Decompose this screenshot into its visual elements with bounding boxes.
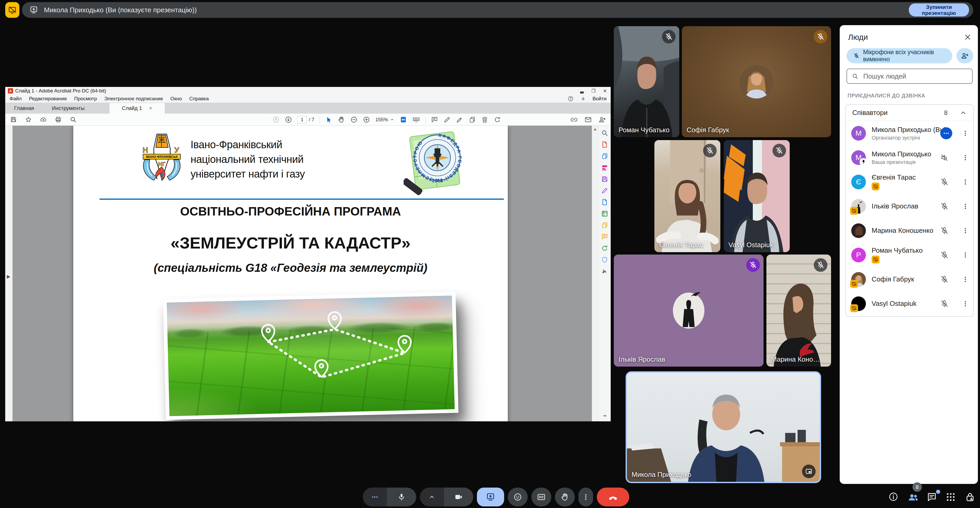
send-email-icon[interactable] bbox=[584, 116, 592, 123]
stop-presentation-button[interactable]: Зупинити презентацію bbox=[909, 3, 969, 16]
chevron-up-icon[interactable] bbox=[959, 109, 967, 116]
host-actions-button[interactable] bbox=[940, 127, 952, 139]
raise-hand-button[interactable] bbox=[555, 487, 575, 506]
reactions-button[interactable] bbox=[508, 487, 528, 506]
pencil-tool-icon[interactable] bbox=[444, 116, 451, 123]
document-scrollbar[interactable]: ▲ bbox=[592, 126, 598, 421]
zoom-in-icon[interactable] bbox=[363, 116, 370, 123]
more-options-button[interactable] bbox=[579, 487, 593, 506]
pip-button[interactable] bbox=[802, 465, 816, 478]
acrobat-document-canvas[interactable]: Н У ІВАНО-ФРАНКІВСЬК НГ Івано-Франківськ… bbox=[13, 126, 592, 421]
tool-compress-icon[interactable] bbox=[601, 175, 608, 183]
window-restore-button[interactable]: ❐ bbox=[588, 87, 599, 95]
tool-search-icon[interactable] bbox=[601, 129, 608, 137]
tab-close-icon[interactable]: ✕ bbox=[149, 106, 152, 111]
tool-comment-icon[interactable] bbox=[601, 233, 608, 240]
tool-spreadsheet-icon[interactable] bbox=[601, 210, 608, 217]
video-tile-roman[interactable]: Роман Чубатько bbox=[614, 26, 679, 137]
share-people-icon[interactable] bbox=[599, 116, 606, 123]
star-icon[interactable] bbox=[25, 116, 32, 123]
help-icon[interactable] bbox=[568, 96, 574, 102]
captions-button[interactable] bbox=[531, 487, 551, 506]
camera-control[interactable] bbox=[420, 487, 473, 506]
participant-menu-button[interactable] bbox=[962, 178, 969, 186]
menu-window[interactable]: Окно bbox=[170, 96, 182, 102]
page-number-input[interactable]: 1 bbox=[298, 116, 307, 123]
participant-menu-button[interactable] bbox=[962, 203, 969, 210]
sign-tool-icon[interactable] bbox=[456, 116, 463, 123]
menu-help[interactable]: Справка bbox=[189, 96, 209, 102]
page-down-icon[interactable] bbox=[285, 116, 292, 123]
video-tile-vasyl[interactable]: Vasyl Ostapiuk bbox=[724, 140, 790, 252]
rotate-page-icon[interactable] bbox=[494, 116, 501, 123]
sign-in-button[interactable]: Войти bbox=[593, 96, 606, 102]
chat-button[interactable] bbox=[927, 492, 937, 502]
window-minimize-button[interactable]: ▃ bbox=[576, 87, 588, 95]
fit-width-icon[interactable] bbox=[400, 116, 407, 123]
video-tile-sofia[interactable]: Софія Габрук bbox=[682, 26, 831, 137]
cloud-upload-icon[interactable] bbox=[40, 116, 47, 123]
tab-document[interactable]: Слайд 1 ✕ bbox=[109, 103, 165, 114]
people-search[interactable] bbox=[846, 68, 973, 84]
participant-menu-button[interactable] bbox=[962, 252, 969, 259]
bell-icon[interactable] bbox=[580, 96, 586, 102]
tool-edit-pdf-icon[interactable] bbox=[601, 187, 608, 194]
menu-edit[interactable]: Редактирование bbox=[29, 96, 67, 102]
audio-settings-button[interactable] bbox=[363, 487, 387, 506]
meeting-info-button[interactable] bbox=[888, 492, 898, 502]
participant-menu-button[interactable] bbox=[962, 276, 969, 283]
keyboard-icon[interactable] bbox=[412, 116, 420, 124]
select-tool-icon[interactable] bbox=[325, 116, 332, 123]
participant-menu-button[interactable] bbox=[962, 227, 969, 234]
tool-scan-icon[interactable] bbox=[601, 245, 608, 252]
video-settings-button[interactable] bbox=[420, 487, 444, 506]
present-button-active[interactable] bbox=[477, 487, 504, 506]
menu-view[interactable]: Просмотр bbox=[74, 96, 97, 102]
video-tile-mykola-presenter[interactable]: Микола Приходько bbox=[625, 371, 821, 483]
video-tile-ilkiv[interactable]: Ільків Ярослав bbox=[614, 255, 764, 366]
mic-button[interactable] bbox=[387, 487, 416, 506]
tool-create-pdf-icon[interactable] bbox=[601, 141, 608, 148]
host-controls-button[interactable] bbox=[965, 492, 975, 502]
people-button-active[interactable] bbox=[908, 492, 919, 503]
tool-organize-pages-icon[interactable] bbox=[601, 164, 608, 171]
find-icon[interactable] bbox=[70, 116, 77, 123]
participant-menu-button[interactable] bbox=[962, 154, 969, 161]
comment-tool-icon[interactable] bbox=[431, 116, 438, 123]
participant-menu-button[interactable] bbox=[962, 130, 969, 137]
mic-control[interactable] bbox=[363, 487, 416, 506]
page-up-icon[interactable] bbox=[272, 116, 280, 123]
end-call-button[interactable] bbox=[597, 487, 629, 506]
camera-button[interactable] bbox=[444, 487, 473, 506]
add-people-button[interactable] bbox=[956, 48, 973, 64]
expand-nav-icon[interactable]: ▶ bbox=[7, 274, 11, 279]
tool-export-pdf-icon[interactable] bbox=[601, 152, 608, 160]
tab-home[interactable]: Главная bbox=[5, 103, 43, 114]
tool-more-icon[interactable] bbox=[601, 268, 608, 275]
menu-esign[interactable]: Электронное подписание bbox=[104, 96, 163, 102]
hand-tool-icon[interactable] bbox=[338, 116, 345, 123]
tab-tools[interactable]: Инструменты bbox=[43, 103, 94, 114]
video-tile-maryna[interactable]: Марина Коно… bbox=[767, 255, 831, 366]
menu-file[interactable]: Файл bbox=[10, 96, 22, 102]
search-input[interactable] bbox=[863, 72, 967, 80]
activities-button[interactable] bbox=[945, 492, 956, 502]
tool-request-sign-icon[interactable] bbox=[601, 221, 608, 229]
acrobat-nav-strip[interactable]: ▶ bbox=[5, 126, 13, 421]
video-tile-yevheniia[interactable]: Євгенія Тарас bbox=[654, 140, 720, 252]
window-close-button[interactable]: ✕ bbox=[599, 87, 611, 95]
zoom-level-select[interactable]: 155% bbox=[375, 117, 395, 123]
share-link-icon[interactable] bbox=[570, 116, 578, 123]
tool-protect-icon[interactable] bbox=[601, 256, 608, 263]
zoom-out-icon[interactable] bbox=[350, 116, 358, 123]
delete-page-icon[interactable] bbox=[481, 116, 488, 123]
organize-pages-icon[interactable] bbox=[469, 116, 476, 123]
sidebar-collapse-icon[interactable]: ⇥ bbox=[603, 413, 606, 418]
contributors-header[interactable]: Співавтори 8 bbox=[846, 105, 973, 121]
panel-close-button[interactable] bbox=[964, 33, 972, 41]
print-icon[interactable] bbox=[55, 116, 62, 123]
tool-combine-icon[interactable] bbox=[601, 199, 608, 206]
participant-menu-button[interactable] bbox=[962, 300, 969, 307]
save-icon[interactable] bbox=[10, 116, 17, 123]
scroll-up-icon[interactable]: ▲ bbox=[593, 127, 597, 131]
